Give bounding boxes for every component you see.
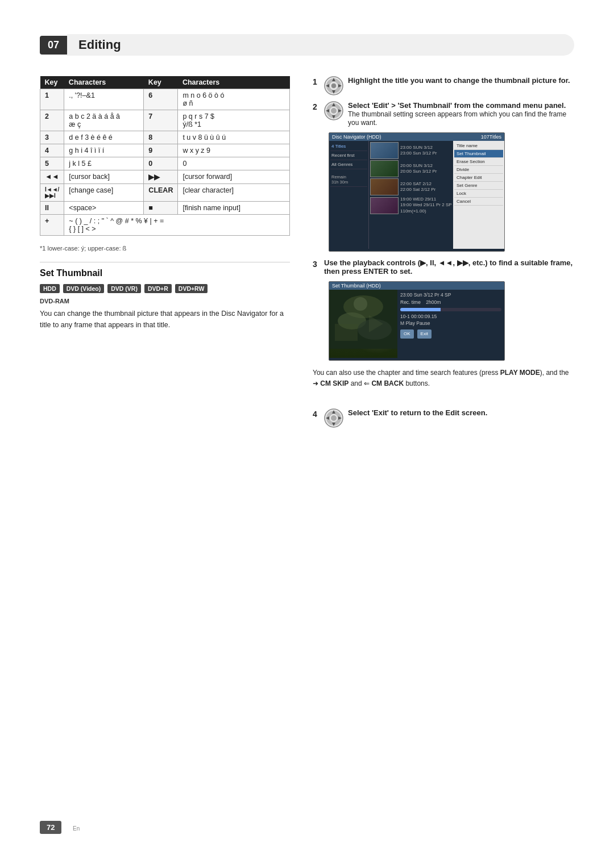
disc-nav-menu-divide: Divide [454, 166, 503, 174]
table-footnote: *1 lower-case: ý; upper-case: ß [40, 245, 290, 252]
table-header-chars1: Characters [64, 76, 144, 89]
table-row: ◄◄ [cursor back] ▶▶ [cursor forward] [40, 170, 290, 184]
disc-nav-info-3: 22:00 SAT 2/12 22:00 Sat 2/12 Pr [400, 181, 435, 193]
disc-nav-thumb-3 [370, 178, 399, 195]
set-thumb-exit-button[interactable]: Exit [417, 329, 432, 339]
step-2-number: 2 [313, 102, 324, 111]
badge-dvd-video: DVD (Video) [63, 284, 104, 293]
nav-ring-icon [324, 76, 343, 95]
set-thumb-info-line3: 10-1 00:00:09.15 [400, 313, 501, 320]
step-3-number: 3 [313, 260, 324, 269]
disc-nav-item-2: 20:00 SUN 3/12 20:00 Sun 3/12 Pr [370, 160, 452, 177]
disc-nav-context-menu: Title name Set Thumbnail Erase Section D… [453, 141, 504, 249]
badge-dvd-plus-r: DVD+R [144, 284, 172, 293]
svg-rect-20 [335, 324, 358, 341]
disc-nav-menu-cancel: Cancel [454, 198, 503, 206]
set-thumb-progressbar-fill [400, 308, 441, 311]
dvd-ram-label: DVD-RAM [40, 298, 290, 304]
disc-nav-menu-chapteredit: Chapter Edit [454, 174, 503, 182]
step-1: 1 [313, 76, 574, 95]
table-row: 1 ., '?!–&1 6 m n o 6 ö ò óø ñ [40, 89, 290, 110]
section-divider [40, 262, 290, 262]
step-3-content: Use the playback controls (▶, II, ◄◄, ▶▶… [324, 258, 574, 276]
page: 07 Editing Key Characters Key Characters [0, 0, 614, 868]
disc-nav-body: 4 Titles Recent first All Genres Remain3… [329, 141, 504, 249]
step-2-text: Select 'Edit' > 'Set Thumbnail' from the… [348, 101, 566, 110]
table-header-chars2: Characters [178, 76, 290, 89]
right-column: 1 [313, 76, 574, 433]
step-4: 4 Select ' [313, 408, 574, 428]
table-header-key2: Key [144, 76, 178, 89]
content-columns: Key Characters Key Characters 1 ., '?!–&… [40, 76, 574, 433]
disc-nav-info-2: 20:00 SUN 3/12 20:00 Sun 3/12 Pr [400, 163, 437, 175]
additional-text: You can also use the chapter and time se… [313, 368, 574, 389]
page-lang: En [73, 825, 80, 832]
disc-nav-title: Disc Navigator (HDD) [332, 134, 381, 140]
badge-dvd-plus-rw: DVD+RW [175, 284, 208, 293]
step-1-number: 1 [313, 77, 324, 86]
enter-ring-icon [324, 101, 343, 120]
table-row: I◄◄/▶▶I [change case] CLEAR [clear chara… [40, 184, 290, 202]
set-thumb-progressbar [400, 308, 501, 311]
chapter-number: 07 [40, 36, 67, 55]
disc-nav-menu-setgenre: Set Genre [454, 182, 503, 190]
set-thumb-buttons: OK Exit [400, 329, 501, 339]
page-number-box: 72 [40, 821, 61, 834]
svg-point-10 [331, 108, 337, 114]
badge-dvd-vr: DVD (VR) [107, 284, 141, 293]
format-badges: HDD DVD (Video) DVD (VR) DVD+R DVD+RW [40, 284, 290, 293]
set-thumb-info-line1: 23:00 Sun 3/12 Pr 4 SP [400, 291, 501, 299]
step4-nav-icon [324, 408, 343, 428]
disc-nav-item-3: 22:00 SAT 2/12 22:00 Sat 2/12 Pr [370, 178, 452, 195]
disc-nav-sidebar-4titles: 4 Titles [330, 142, 367, 151]
set-thumb-ok-button[interactable]: OK [400, 329, 414, 339]
disc-nav-menu-setthumbnail: Set Thumbnail [454, 150, 503, 158]
table-row: 3 d e f 3 è é ê é 8 t u v 8 ü ù û ú [40, 131, 290, 144]
thumb-video-svg [329, 290, 397, 349]
set-thumb-image-inner [329, 290, 397, 358]
svg-point-24 [331, 415, 337, 421]
disc-nav-sidebar: 4 Titles Recent first All Genres Remain3… [329, 141, 369, 249]
disc-nav-item-4: 19:00 WED 29/11 19:00 Wed 29/11 Pr 2 SP … [370, 197, 452, 214]
step-3: 3 Use the playback controls (▶, II, ◄◄, … [313, 258, 574, 276]
disc-nav-titlebar: Disc Navigator (HDD) 107Titles [329, 133, 504, 141]
disc-nav-info-4: 19:00 WED 29/11 19:00 Wed 29/11 Pr 2 SP … [400, 197, 452, 214]
set-thumbnail-body: You can change the thumbnail picture tha… [40, 308, 290, 331]
disc-nav-menu-lock: Lock [454, 190, 503, 198]
step-2-icon [324, 101, 343, 120]
disc-nav-sidebar-allgenres: All Genres [330, 160, 367, 169]
table-row: II <space> ■ [finish name input] [40, 202, 290, 215]
disc-nav-thumb-1 [370, 142, 399, 159]
disc-navigator-screenshot: Disc Navigator (HDD) 107Titles 4 Titles … [329, 132, 574, 252]
disc-nav-menu-erasesection: Erase Section [454, 158, 503, 166]
step-4-number: 4 [313, 410, 324, 419]
step-1-text: Highlight the title you want to change t… [348, 76, 570, 85]
chapter-title: Editing [67, 34, 574, 56]
set-thumb-info-line2: Rec. time 2h00m [400, 299, 501, 306]
chapter-header: 07 Editing [40, 34, 574, 56]
disc-nav-list: 23:00 SUN 3/12 23:00 Sun 3/12 Pr 20:00 S… [369, 141, 453, 249]
table-row: + ~ ( ) _ / : ; " ` ^ @ # * % ¥ | + ={ }… [40, 215, 290, 236]
table-row: 2 a b c 2 ä à á å âæ ç 7 p q r s 7 $ý/ß … [40, 110, 290, 131]
set-thumb-info: 23:00 Sun 3/12 Pr 4 SP Rec. time 2h00m 1… [397, 290, 504, 358]
disc-nav-screen: Disc Navigator (HDD) 107Titles 4 Titles … [329, 132, 505, 252]
svg-point-7 [331, 84, 336, 88]
disc-nav-menu-titlename: Title name [454, 142, 503, 150]
table-row: 4 g h i 4 î ì ï í 9 w x y z 9 [40, 144, 290, 157]
characters-table: Key Characters Key Characters 1 ., '?!–&… [40, 76, 290, 236]
step-3-text: Use the playback controls (▶, II, ◄◄, ▶▶… [324, 258, 572, 276]
set-thumbnail-screenshot: Set Thumbnail (HDD) [329, 281, 574, 361]
step-2-subtext: The thumbnail setting screen appears fro… [348, 110, 566, 127]
disc-nav-sidebar-recent: Recent first [330, 151, 367, 160]
step-4-text: Select 'Exit' to return to the Edit scre… [348, 408, 487, 417]
left-column: Key Characters Key Characters 1 ., '?!–&… [40, 76, 290, 433]
badge-hdd: HDD [40, 284, 60, 293]
disc-nav-item-1: 23:00 SUN 3/12 23:00 Sun 3/12 Pr [370, 142, 452, 159]
step-1-icon [324, 76, 343, 95]
set-thumb-image [329, 290, 397, 358]
set-thumb-titlebar: Set Thumbnail (HDD) [329, 282, 504, 290]
step-4-icon [324, 408, 343, 428]
disc-nav-sidebar-remain: Remain31h 30m [330, 173, 367, 187]
disc-nav-thumb-2 [370, 160, 399, 177]
disc-nav-count: 107Titles [481, 134, 501, 140]
